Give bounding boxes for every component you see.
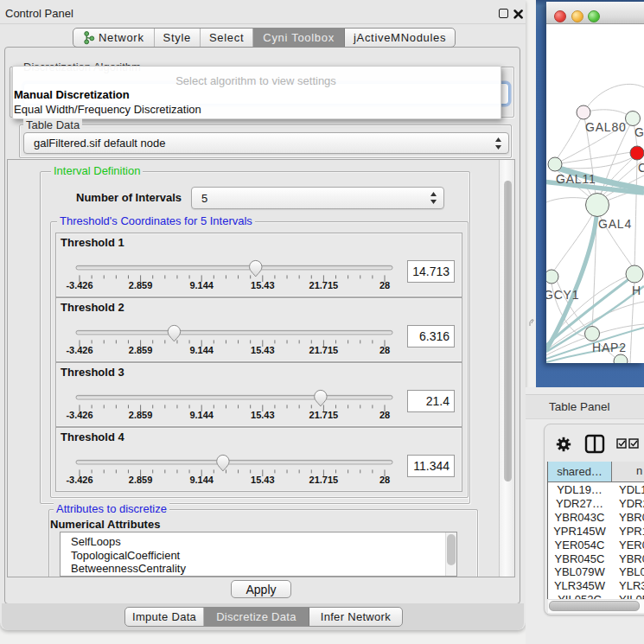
svg-text:-3.426: -3.426 bbox=[66, 410, 92, 420]
svg-text:9.144: 9.144 bbox=[189, 280, 214, 290]
svg-text:9.144: 9.144 bbox=[189, 475, 214, 485]
svg-text:28: 28 bbox=[379, 410, 390, 420]
svg-text:21.715: 21.715 bbox=[309, 475, 339, 485]
svg-text:28: 28 bbox=[379, 475, 390, 485]
svg-text:15.43: 15.43 bbox=[251, 475, 275, 485]
svg-text:28: 28 bbox=[379, 280, 390, 290]
svg-text:9.144: 9.144 bbox=[189, 345, 214, 355]
svg-text:9.144: 9.144 bbox=[189, 410, 214, 420]
svg-text:GA: GA bbox=[634, 125, 644, 139]
svg-text:GCY1: GCY1 bbox=[546, 288, 579, 302]
svg-text:-3.426: -3.426 bbox=[66, 475, 92, 485]
svg-text:2.859: 2.859 bbox=[129, 475, 153, 485]
svg-text:2.859: 2.859 bbox=[129, 280, 153, 290]
svg-text:28: 28 bbox=[379, 345, 390, 355]
svg-text:15.43: 15.43 bbox=[251, 345, 275, 355]
svg-text:-3.426: -3.426 bbox=[66, 345, 92, 355]
svg-text:2.859: 2.859 bbox=[129, 410, 153, 420]
svg-text:21.715: 21.715 bbox=[309, 280, 339, 290]
svg-text:-3.426: -3.426 bbox=[66, 280, 92, 290]
svg-text:H: H bbox=[632, 284, 641, 297]
svg-text:21.715: 21.715 bbox=[309, 410, 339, 420]
svg-text:GAL4: GAL4 bbox=[598, 217, 632, 231]
svg-text:2.859: 2.859 bbox=[129, 345, 153, 355]
svg-text:C: C bbox=[638, 161, 644, 175]
svg-text:HAP2: HAP2 bbox=[592, 341, 627, 354]
svg-text:GAL11: GAL11 bbox=[556, 172, 596, 186]
svg-text:15.43: 15.43 bbox=[251, 280, 275, 290]
svg-text:15.43: 15.43 bbox=[251, 410, 275, 420]
svg-text:GAL80: GAL80 bbox=[585, 120, 627, 134]
svg-text:21.715: 21.715 bbox=[309, 345, 339, 355]
